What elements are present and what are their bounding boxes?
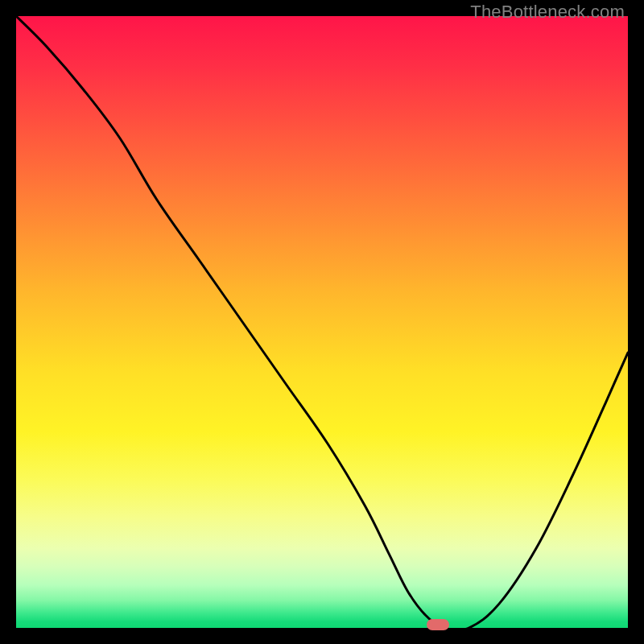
curve-path xyxy=(16,16,628,628)
bottleneck-curve xyxy=(16,16,628,628)
chart-frame xyxy=(16,16,628,628)
optimal-marker xyxy=(427,619,449,630)
watermark-text: TheBottleneck.com xyxy=(470,2,625,23)
